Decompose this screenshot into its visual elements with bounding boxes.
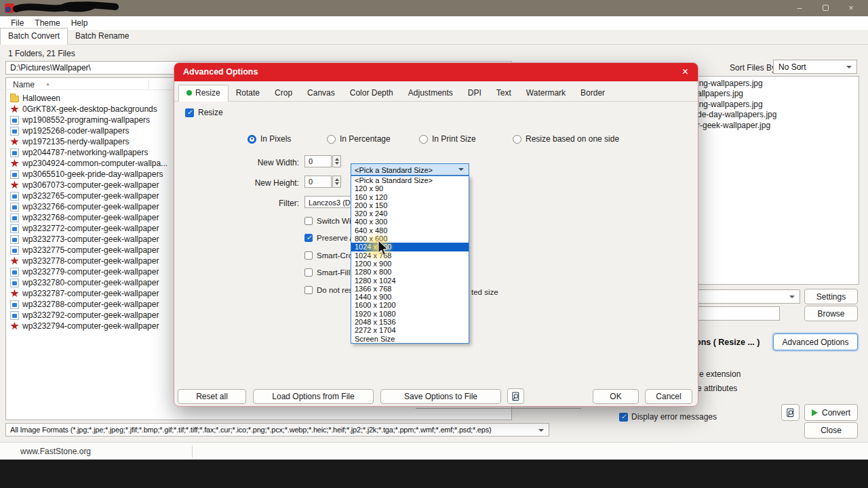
preview-document-icon [785, 407, 795, 418]
dialog-tab[interactable]: Canvas [300, 85, 342, 101]
checkbox-icon[interactable] [304, 286, 313, 294]
dropdown-option[interactable]: 640 x 480 [351, 226, 469, 235]
image-formats-dropdown[interactable]: All Image Formats (*.jpg;*.jpe;*.jpeg;*.… [5, 423, 549, 436]
dropdown-option[interactable]: 2272 x 1704 [351, 326, 469, 334]
save-options-button[interactable]: Save Options to File [380, 389, 501, 404]
menu-item[interactable]: Theme [29, 18, 65, 28]
convert-button[interactable]: Convert [804, 404, 858, 421]
chevron-down-icon [538, 429, 544, 432]
dialog-tab[interactable]: Text [489, 85, 519, 101]
display-error-messages-label: Display error messages [631, 412, 717, 422]
file-name: wp3232779-computer-geek-wallpaper [22, 267, 159, 277]
advanced-options-button[interactable]: Advanced Options [773, 333, 858, 350]
browse-button[interactable]: Browse [804, 306, 858, 321]
file-type-icon [10, 181, 19, 190]
main-tab[interactable]: Batch Rename [68, 28, 136, 44]
menu-item[interactable]: File [5, 18, 29, 28]
radio-option[interactable]: In Print Size [419, 134, 476, 144]
dropdown-option[interactable]: 1024 x 600 [351, 243, 469, 251]
minimize-button[interactable]: – [787, 0, 812, 16]
radio-label: In Percentage [340, 134, 391, 144]
dropdown-option[interactable]: 320 x 240 [351, 209, 469, 218]
standard-size-open-list: <Pick a Standard Size>120 x 90160 x 1202… [351, 176, 469, 344]
dropdown-option[interactable]: 1200 x 900 [351, 260, 469, 268]
dropdown-option[interactable]: 2048 x 1536 [351, 318, 469, 326]
active-tab-dot-icon [186, 90, 192, 96]
file-name: wp2044787-networking-wallpapers [22, 148, 148, 157]
checkbox-icon[interactable] [304, 251, 313, 260]
dropdown-option[interactable]: 1280 x 1024 [351, 277, 469, 285]
maximize-button[interactable] [812, 0, 838, 16]
step-up-icon[interactable] [335, 158, 339, 161]
close-app-button[interactable]: Close [804, 422, 858, 439]
preview-button[interactable] [781, 404, 800, 421]
radio-icon[interactable] [248, 135, 256, 144]
checkbox-checked-icon[interactable] [619, 413, 628, 422]
radio-icon[interactable] [419, 135, 428, 144]
file-type-icon [10, 235, 19, 244]
file-name: wp3232788-computer-geek-wallpaper [22, 300, 159, 309]
dropdown-option[interactable]: Screen Size [351, 335, 469, 343]
checkbox-icon[interactable] [304, 217, 313, 225]
new-width-stepper[interactable] [332, 155, 341, 167]
dialog-close-button[interactable]: × [682, 65, 688, 79]
dialog-tab[interactable]: Color Depth [342, 85, 401, 101]
dialog-tab[interactable]: Crop [267, 85, 300, 101]
close-button[interactable]: × [838, 0, 864, 16]
filter-label: Filter: [231, 199, 299, 208]
dropdown-option[interactable]: 800 x 600 [351, 235, 469, 243]
new-width-input[interactable]: 0 [304, 155, 332, 167]
new-height-stepper[interactable] [332, 176, 341, 188]
sort-files-dropdown[interactable]: No Sort [773, 60, 857, 74]
checkbox-checked-icon[interactable] [185, 108, 194, 117]
radio-option[interactable]: In Percentage [327, 134, 391, 144]
display-error-messages-option[interactable]: Display error messages [619, 412, 717, 422]
ok-button[interactable]: OK [593, 389, 639, 404]
dropdown-option[interactable]: 120 x 90 [351, 184, 469, 192]
dialog-tab-strip: Resize Rotate Crop Canvas [174, 85, 698, 102]
resize-enable-option[interactable]: Resize [185, 108, 223, 117]
file-type-icon [10, 224, 19, 233]
dialog-tab[interactable]: Watermark [519, 85, 573, 101]
dialog-tab[interactable]: Adjustments [401, 85, 460, 101]
radio-option[interactable]: In Pixels [248, 134, 291, 144]
new-height-label: New Height: [231, 178, 299, 188]
load-options-button[interactable]: Load Options from File [253, 389, 374, 404]
dropdown-option[interactable]: <Pick a Standard Size> [351, 176, 469, 184]
file-name: wp3232792-computer-geek-wallpaper [22, 310, 159, 320]
checkbox-icon[interactable] [304, 268, 313, 277]
new-height-input[interactable]: 0 [304, 176, 332, 188]
radio-icon[interactable] [513, 135, 521, 144]
step-down-icon[interactable] [335, 182, 339, 185]
main-tab[interactable]: Batch Convert [0, 28, 68, 45]
dialog-tab[interactable]: Border [573, 85, 612, 101]
file-name: wp3232794-computer-geek-wallpaper [22, 321, 159, 331]
dropdown-option[interactable]: 1024 x 768 [351, 251, 469, 260]
file-name: wp3232773-computer-geek-wallpaper [22, 235, 159, 244]
step-up-icon[interactable] [335, 178, 339, 181]
radio-icon[interactable] [327, 135, 336, 144]
step-down-icon[interactable] [335, 162, 339, 165]
dropdown-option[interactable]: 400 x 300 [351, 218, 469, 226]
dialog-tab[interactable]: Rotate [229, 85, 267, 101]
file-type-icon [10, 170, 19, 179]
cancel-button[interactable]: Cancel [645, 389, 692, 404]
reset-all-button[interactable]: Reset all [178, 389, 246, 404]
dropdown-option[interactable]: 1600 x 1200 [351, 301, 469, 309]
radio-option[interactable]: Resize based on one side [513, 134, 619, 144]
standard-size-dropdown[interactable]: <Pick a Standard Size> [351, 163, 469, 176]
dialog-tab[interactable]: Resize [178, 85, 229, 102]
dropdown-option[interactable]: 1280 x 800 [351, 268, 469, 276]
preview-options-button[interactable] [507, 388, 524, 404]
dropdown-option[interactable]: 1366 x 768 [351, 285, 469, 293]
dropdown-option[interactable]: 200 x 150 [351, 201, 469, 209]
menu-item[interactable]: Help [66, 18, 94, 28]
dropdown-option[interactable]: 1440 x 900 [351, 293, 469, 301]
checkbox-icon[interactable] [304, 234, 313, 242]
dropdown-option[interactable]: 160 x 120 [351, 193, 469, 201]
dialog-tab[interactable]: DPI [460, 85, 489, 101]
settings-button[interactable]: Settings [804, 289, 858, 304]
name-column-header[interactable]: Name [13, 80, 35, 89]
file-type-icon [10, 192, 19, 201]
dropdown-option[interactable]: 1920 x 1080 [351, 310, 469, 318]
